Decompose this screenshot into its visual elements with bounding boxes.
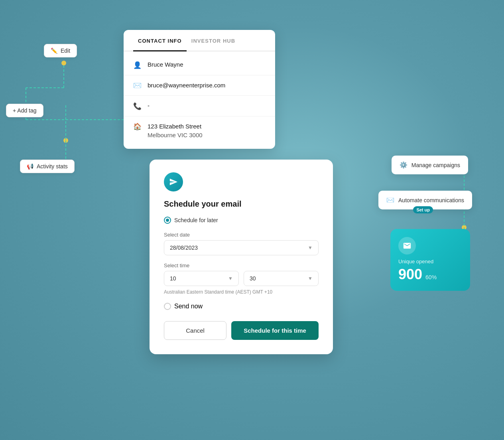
svg-point-0 bbox=[61, 61, 66, 65]
radio-group: Schedule for later bbox=[164, 217, 319, 224]
contact-phone-row: 📞 - bbox=[124, 96, 275, 116]
hour-select[interactable]: 10 ▼ bbox=[164, 271, 239, 286]
send-icon bbox=[169, 178, 178, 186]
activity-node[interactable]: 📢 Activity stats bbox=[20, 160, 75, 173]
contact-card: CONTACT INFO INVESTOR HUB 👤 Bruce Wayne … bbox=[124, 30, 275, 149]
timezone-note: Australian Eastern Standard time (AEST) … bbox=[164, 289, 319, 295]
contact-body: 👤 Bruce Wayne ✉️ bruce@wayneenterprise.c… bbox=[124, 51, 275, 149]
envelope-icon bbox=[403, 241, 411, 250]
date-field: Select date 28/08/2023 ▼ bbox=[164, 232, 319, 255]
automate-label: Automate communications bbox=[398, 197, 464, 203]
hour-value: 10 bbox=[170, 275, 176, 282]
gear-icon: ⚙️ bbox=[400, 161, 408, 169]
tab-contact-info[interactable]: CONTACT INFO bbox=[133, 30, 187, 51]
contact-address-row: 🏠 123 Elizabeth Street Melbourne VIC 300… bbox=[124, 116, 275, 146]
contact-email-row: ✉️ bruce@wayneenterprise.com bbox=[124, 75, 275, 96]
contact-email: bruce@wayneenterprise.com bbox=[148, 81, 225, 90]
megaphone-icon: 📢 bbox=[27, 163, 33, 170]
time-field-label: Select time bbox=[164, 262, 319, 268]
schedule-modal: Schedule your email Schedule for later S… bbox=[150, 160, 333, 354]
date-field-label: Select date bbox=[164, 232, 319, 238]
activity-label: Activity stats bbox=[37, 163, 68, 170]
date-select-dropdown[interactable]: 28/08/2023 ▼ bbox=[164, 240, 319, 255]
send-now-label: Send now bbox=[174, 303, 203, 310]
addtag-node[interactable]: + Add tag bbox=[6, 104, 43, 117]
setup-badge: Set up bbox=[413, 206, 433, 213]
minute-chevron-icon: ▼ bbox=[308, 276, 313, 281]
hour-chevron-icon: ▼ bbox=[228, 276, 233, 281]
minute-value: 30 bbox=[250, 275, 256, 282]
edit-node[interactable]: ✏️ Edit bbox=[44, 44, 77, 57]
addtag-label: + Add tag bbox=[13, 107, 37, 114]
selected-date-value: 28/08/2023 bbox=[170, 245, 198, 251]
stats-value-row: 900 60% bbox=[398, 266, 462, 283]
stats-percentage: 60% bbox=[425, 274, 437, 280]
pencil-icon: ✏️ bbox=[51, 47, 57, 54]
svg-point-6 bbox=[63, 138, 68, 143]
radio-later-circle bbox=[164, 217, 171, 224]
stats-mail-icon bbox=[398, 237, 416, 255]
radio-now-circle bbox=[164, 303, 171, 310]
stats-value: 900 bbox=[398, 266, 422, 283]
schedule-later-label: Schedule for later bbox=[174, 217, 218, 223]
chevron-down-icon: ▼ bbox=[308, 245, 313, 251]
send-icon-circle bbox=[164, 172, 183, 191]
phone-icon: 📞 bbox=[133, 102, 141, 110]
workflow-panel: ✏️ Edit + Add tag 📢 Activity stats bbox=[0, 32, 128, 199]
minute-select[interactable]: 30 ▼ bbox=[244, 271, 319, 286]
contact-name: Bruce Wayne bbox=[148, 60, 183, 69]
edit-label: Edit bbox=[61, 47, 70, 54]
contact-tabs: CONTACT INFO INVESTOR HUB bbox=[124, 30, 275, 51]
person-icon: 👤 bbox=[133, 61, 141, 69]
tab-investor-hub[interactable]: INVESTOR HUB bbox=[187, 30, 240, 51]
manage-campaigns-card[interactable]: ⚙️ Manage campaigns bbox=[392, 156, 468, 174]
modal-title: Schedule your email bbox=[164, 199, 319, 209]
schedule-later-option[interactable]: Schedule for later bbox=[164, 217, 319, 224]
time-field: Select time 10 ▼ 30 ▼ Australian Eastern… bbox=[164, 262, 319, 295]
contact-phone: - bbox=[148, 101, 150, 110]
schedule-button[interactable]: Schedule for this time bbox=[231, 321, 319, 340]
home-icon: 🏠 bbox=[133, 123, 141, 131]
send-now-option[interactable]: Send now bbox=[164, 303, 319, 310]
contact-name-row: 👤 Bruce Wayne bbox=[124, 55, 275, 75]
mail-icon: ✉️ bbox=[386, 196, 394, 204]
contact-address: 123 Elizabeth Street Melbourne VIC 3000 bbox=[148, 122, 203, 140]
stats-label: Unique opened bbox=[398, 258, 462, 264]
cancel-button[interactable]: Cancel bbox=[164, 321, 226, 340]
modal-actions: Cancel Schedule for this time bbox=[164, 321, 319, 340]
email-icon: ✉️ bbox=[133, 82, 141, 90]
time-row: 10 ▼ 30 ▼ bbox=[164, 271, 319, 286]
stats-card: Unique opened 900 60% bbox=[390, 229, 470, 291]
manage-campaigns-label: Manage campaigns bbox=[411, 162, 460, 168]
